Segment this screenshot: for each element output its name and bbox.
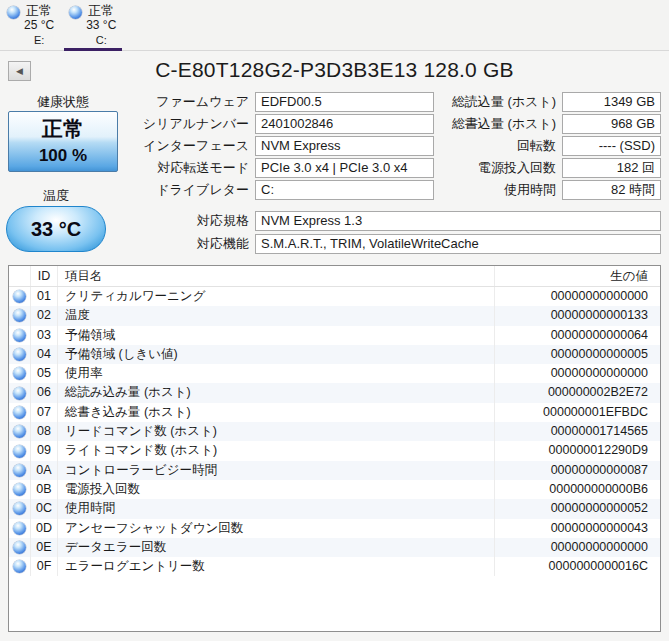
info-row: 対応機能 S.M.A.R.T., TRIM, VolatileWriteCach… bbox=[0, 234, 661, 257]
info-field-value: 968 GB bbox=[562, 114, 661, 134]
attribute-name: 総書き込み量 (ホスト) bbox=[58, 403, 495, 422]
table-row[interactable]: 0D アンセーフシャットダウン回数 00000000000043 bbox=[9, 519, 660, 538]
info-field-label: 電源投入回数 bbox=[440, 158, 562, 180]
attribute-name: 使用率 bbox=[58, 364, 495, 383]
info-field-label: 対応転送モード bbox=[0, 158, 255, 180]
attribute-raw-value: 00000000000000 bbox=[495, 538, 660, 557]
attribute-id: 07 bbox=[31, 403, 58, 422]
attribute-id: 01 bbox=[31, 287, 58, 306]
row-status-cell bbox=[9, 480, 31, 499]
table-row[interactable]: 07 総書き込み量 (ホスト) 000000001EFBDC bbox=[9, 403, 660, 422]
status-orb-icon bbox=[13, 502, 26, 515]
attribute-raw-value: 00000000000000 bbox=[495, 287, 660, 306]
attribute-name: ライトコマンド数 (ホスト) bbox=[58, 441, 495, 460]
smart-table-body: 01 クリティカルワーニング 00000000000000 02 温度 0000… bbox=[9, 287, 660, 576]
drive-tab[interactable]: 正常 25 °C E: bbox=[0, 0, 62, 51]
attribute-id: 08 bbox=[31, 422, 58, 441]
smart-table-header: ID 項目名 生の値 bbox=[9, 266, 660, 287]
info-field-value: NVM Express bbox=[255, 136, 434, 156]
drive-status-orb-icon bbox=[69, 6, 82, 19]
info-field-label: 総書込量 (ホスト) bbox=[440, 114, 562, 136]
status-orb-icon bbox=[13, 464, 26, 477]
table-row[interactable]: 02 温度 00000000000133 bbox=[9, 306, 660, 325]
info-field-value: C: bbox=[255, 180, 434, 200]
attribute-raw-value: 000000000000B6 bbox=[495, 480, 660, 499]
status-orb-icon bbox=[13, 290, 26, 303]
attribute-id: 0A bbox=[31, 461, 58, 480]
status-orb-icon bbox=[13, 483, 26, 496]
attribute-raw-value: 00000000000043 bbox=[495, 519, 660, 538]
attribute-name: 使用時間 bbox=[58, 499, 495, 518]
info-row: 回転数 ---- (SSD) bbox=[440, 136, 661, 158]
row-status-cell bbox=[9, 461, 31, 480]
row-status-cell bbox=[9, 538, 31, 557]
table-row[interactable]: 08 リードコマンド数 (ホスト) 00000001714565 bbox=[9, 422, 660, 441]
attribute-raw-value: 000000012290D9 bbox=[495, 441, 660, 460]
attribute-name: 温度 bbox=[58, 306, 495, 325]
info-field-value: PCIe 3.0 x4 | PCIe 3.0 x4 bbox=[255, 158, 434, 178]
attribute-id: 02 bbox=[31, 306, 58, 325]
attribute-raw-value: 000000001EFBDC bbox=[495, 403, 660, 422]
attribute-raw-value: 0000000000016C bbox=[495, 557, 660, 576]
row-status-cell bbox=[9, 326, 31, 345]
drive-info-wide: 対応規格 NVM Express 1.3 対応機能 S.M.A.R.T., TR… bbox=[0, 211, 661, 257]
attribute-id: 06 bbox=[31, 383, 58, 402]
attribute-id: 0C bbox=[31, 499, 58, 518]
table-row[interactable]: 0F エラーログエントリー数 0000000000016C bbox=[9, 557, 660, 576]
status-orb-icon bbox=[13, 406, 26, 419]
info-field-label: 回転数 bbox=[440, 136, 562, 158]
attribute-id: 05 bbox=[31, 364, 58, 383]
info-field-label: ドライブレター bbox=[0, 180, 255, 202]
info-field-label: シリアルナンバー bbox=[0, 114, 255, 136]
info-row: インターフェース NVM Express bbox=[0, 136, 434, 158]
table-row[interactable]: 09 ライトコマンド数 (ホスト) 000000012290D9 bbox=[9, 441, 660, 460]
attribute-raw-value: 00000001714565 bbox=[495, 422, 660, 441]
row-status-cell bbox=[9, 287, 31, 306]
drive-tab-status: 正常 bbox=[24, 3, 54, 18]
row-status-cell bbox=[9, 557, 31, 576]
attribute-id: 0E bbox=[31, 538, 58, 557]
drive-tab-temperature: 25 °C bbox=[24, 18, 54, 33]
table-row[interactable]: 05 使用率 00000000000000 bbox=[9, 364, 660, 383]
table-row[interactable]: 03 予備領域 00000000000064 bbox=[9, 326, 660, 345]
attribute-id: 03 bbox=[31, 326, 58, 345]
status-orb-icon bbox=[13, 367, 26, 380]
table-row[interactable]: 0C 使用時間 00000000000052 bbox=[9, 499, 660, 518]
attribute-name: データエラー回数 bbox=[58, 538, 495, 557]
drive-tab-status: 正常 bbox=[86, 3, 116, 18]
attribute-name: 電源投入回数 bbox=[58, 480, 495, 499]
status-orb-icon bbox=[13, 348, 26, 361]
status-orb-icon bbox=[13, 309, 26, 322]
info-row: ファームウェア EDFD00.5 bbox=[0, 92, 434, 114]
header-raw-value: 生の値 bbox=[495, 266, 660, 286]
row-status-cell bbox=[9, 519, 31, 538]
table-row[interactable]: 04 予備領域 (しきい値) 00000000000005 bbox=[9, 345, 660, 364]
info-row: ドライブレター C: bbox=[0, 180, 434, 202]
table-row[interactable]: 01 クリティカルワーニング 00000000000000 bbox=[9, 287, 660, 306]
info-row: 総書込量 (ホスト) 968 GB bbox=[440, 114, 661, 136]
info-field-label: 使用時間 bbox=[440, 180, 562, 202]
attribute-raw-value: 00000000000000 bbox=[495, 364, 660, 383]
info-field-value: NVM Express 1.3 bbox=[255, 211, 661, 231]
drive-tab[interactable]: 正常 33 °C C: bbox=[62, 0, 124, 51]
header-status-column bbox=[9, 266, 31, 286]
attribute-name: リードコマンド数 (ホスト) bbox=[58, 422, 495, 441]
attribute-raw-value: 00000000000133 bbox=[495, 306, 660, 325]
info-row: 使用時間 82 時間 bbox=[440, 180, 661, 202]
attribute-name: 総読み込み量 (ホスト) bbox=[58, 383, 495, 402]
drive-tab-temperature: 33 °C bbox=[86, 18, 116, 33]
attribute-raw-value: 000000002B2E72 bbox=[495, 383, 660, 402]
info-field-label: 対応規格 bbox=[0, 211, 255, 234]
table-row[interactable]: 0E データエラー回数 00000000000000 bbox=[9, 538, 660, 557]
status-orb-icon bbox=[13, 560, 26, 573]
attribute-id: 09 bbox=[31, 441, 58, 460]
table-row[interactable]: 06 総読み込み量 (ホスト) 000000002B2E72 bbox=[9, 383, 660, 402]
drive-tab-text: 正常 25 °C E: bbox=[24, 3, 54, 48]
table-row[interactable]: 0B 電源投入回数 000000000000B6 bbox=[9, 480, 660, 499]
info-row: 総読込量 (ホスト) 1349 GB bbox=[440, 92, 661, 114]
row-status-cell bbox=[9, 383, 31, 402]
table-row[interactable]: 0A コントローラービジー時間 00000000000087 bbox=[9, 461, 660, 480]
row-status-cell bbox=[9, 306, 31, 325]
status-orb-icon bbox=[13, 522, 26, 535]
drive-info-left: ファームウェア EDFD00.5 シリアルナンバー 2401002846 インタ… bbox=[0, 92, 434, 202]
